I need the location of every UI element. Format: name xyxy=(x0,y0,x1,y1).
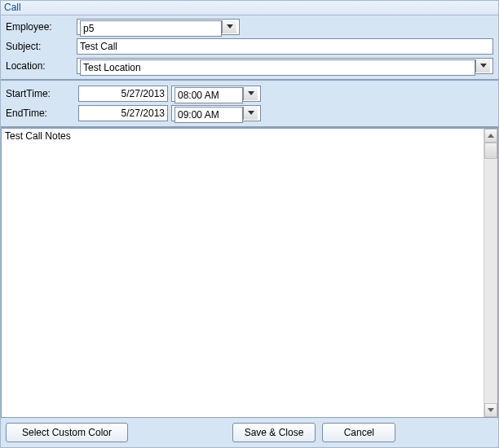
location-combo[interactable] xyxy=(77,58,493,74)
end-time-input[interactable] xyxy=(174,107,243,123)
employee-input[interactable] xyxy=(80,20,222,37)
select-custom-color-button[interactable]: Select Custom Color xyxy=(6,423,128,442)
endtime-label: EndTime: xyxy=(6,108,75,119)
notes-area xyxy=(1,128,498,418)
start-time-dropdown-button[interactable] xyxy=(243,87,258,100)
scroll-down-button[interactable] xyxy=(484,403,497,417)
start-time-input[interactable] xyxy=(174,87,243,103)
chevron-down-icon xyxy=(248,111,254,116)
subject-input[interactable] xyxy=(77,38,493,55)
starttime-label: StartTime: xyxy=(6,88,75,99)
svg-marker-3 xyxy=(248,111,254,115)
cancel-button[interactable]: Cancel xyxy=(322,423,395,442)
location-input[interactable] xyxy=(80,59,475,76)
scroll-up-button[interactable] xyxy=(484,129,497,143)
svg-marker-2 xyxy=(248,91,254,95)
svg-marker-4 xyxy=(488,134,494,138)
chevron-down-icon xyxy=(227,24,233,29)
end-time-dropdown-button[interactable] xyxy=(243,107,258,120)
save-and-close-button[interactable]: Save & Close xyxy=(232,423,316,442)
start-time-combo[interactable] xyxy=(171,86,261,102)
chevron-down-icon xyxy=(248,91,254,96)
button-bar: Select Custom Color Save & Close Cancel xyxy=(1,418,498,447)
header-form: Employee: Subject: Location: xyxy=(1,15,498,81)
window-title: Call xyxy=(1,1,498,15)
chevron-down-icon xyxy=(480,64,487,68)
call-dialog: Call Employee: Subject: Location: xyxy=(0,0,499,448)
location-dropdown-button[interactable] xyxy=(475,59,490,72)
start-date-input[interactable] xyxy=(78,86,168,102)
scroll-track[interactable] xyxy=(484,159,497,403)
subject-label: Subject: xyxy=(6,41,75,52)
scroll-thumb[interactable] xyxy=(484,143,497,159)
svg-marker-5 xyxy=(488,408,494,412)
employee-combo[interactable] xyxy=(77,19,240,35)
end-date-input[interactable] xyxy=(78,105,168,121)
end-time-combo[interactable] xyxy=(171,105,261,121)
employee-dropdown-button[interactable] xyxy=(222,20,236,33)
time-form: StartTime: EndTime: xyxy=(1,81,498,128)
notes-scrollbar[interactable] xyxy=(484,129,497,417)
chevron-down-icon xyxy=(488,408,494,413)
chevron-up-icon xyxy=(488,134,494,138)
notes-textarea[interactable] xyxy=(2,129,484,417)
employee-label: Employee: xyxy=(6,21,75,33)
svg-marker-0 xyxy=(227,24,233,29)
location-label: Location: xyxy=(6,60,75,72)
svg-marker-1 xyxy=(480,64,487,68)
